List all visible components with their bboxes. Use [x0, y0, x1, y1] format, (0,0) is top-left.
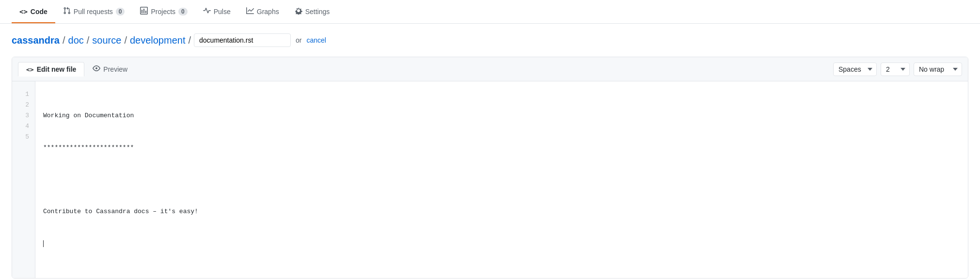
spaces-select[interactable]: Spaces Tabs — [833, 62, 877, 76]
editor-toolbar: <> Edit new file Preview Spaces Tabs 2 4… — [12, 57, 968, 81]
line-num-5: 5 — [18, 132, 29, 142]
text-cursor — [43, 240, 44, 247]
edit-icon: <> — [26, 66, 34, 73]
breadcrumb-cassandra[interactable]: cassandra — [12, 35, 60, 46]
breadcrumb: cassandra / doc / source / development /… — [0, 24, 980, 57]
code-line-5 — [43, 238, 960, 249]
wrap-select[interactable]: No wrap Soft wrap — [914, 62, 962, 76]
code-line-2: ************************ — [43, 142, 960, 153]
line-num-3: 3 — [18, 110, 29, 121]
code-area: 1 2 3 4 5 Working on Documentation *****… — [12, 81, 968, 278]
nav-tab-pulse[interactable]: Pulse — [195, 0, 238, 24]
nav-tab-pulse-label: Pulse — [214, 8, 231, 16]
editor-toolbar-right: Spaces Tabs 2 4 8 No wrap Soft wrap — [833, 62, 962, 76]
code-line-1: Working on Documentation — [43, 110, 960, 121]
breadcrumb-development[interactable]: development — [130, 35, 186, 46]
nav-tab-projects[interactable]: Projects 0 — [132, 0, 195, 24]
tab-preview[interactable]: Preview — [84, 61, 136, 77]
nav-tab-settings[interactable]: Settings — [287, 0, 338, 24]
graphs-icon — [246, 7, 254, 16]
breadcrumb-sep-2: / — [87, 35, 90, 46]
breadcrumb-or-label: or — [296, 36, 301, 44]
nav-tab-graphs-label: Graphs — [257, 8, 279, 16]
nav-tab-pull-requests-label: Pull requests — [74, 8, 113, 16]
line-numbers: 1 2 3 4 5 — [12, 81, 35, 278]
breadcrumb-sep-3: / — [124, 35, 127, 46]
preview-icon — [93, 64, 100, 74]
code-icon: <> — [19, 8, 28, 16]
editor-container: <> Edit new file Preview Spaces Tabs 2 4… — [12, 57, 968, 279]
projects-badge: 0 — [178, 8, 188, 16]
nav-tab-code[interactable]: <> Code — [12, 1, 55, 23]
nav-tab-projects-label: Projects — [151, 8, 175, 16]
line-num-4: 4 — [18, 121, 29, 132]
indent-select[interactable]: 2 4 8 — [881, 62, 910, 76]
tab-edit[interactable]: <> Edit new file — [18, 62, 84, 77]
projects-icon — [140, 7, 148, 16]
code-line-4: Contribute to Cassandra docs – it's easy… — [43, 206, 960, 217]
tab-preview-label: Preview — [103, 65, 127, 73]
code-content[interactable]: Working on Documentation ***************… — [35, 81, 968, 278]
nav-tab-settings-label: Settings — [305, 8, 330, 16]
breadcrumb-sep-4: / — [188, 35, 191, 46]
nav-tab-code-label: Code — [31, 8, 47, 16]
pull-requests-badge: 0 — [116, 8, 125, 16]
tab-edit-label: Edit new file — [37, 65, 77, 73]
line-num-1: 1 — [18, 89, 29, 100]
breadcrumb-sep-1: / — [63, 35, 65, 46]
settings-icon — [295, 7, 302, 16]
pulse-icon — [203, 7, 211, 16]
pull-requests-icon — [63, 7, 71, 16]
breadcrumb-cancel-link[interactable]: cancel — [306, 36, 326, 44]
code-line-3 — [43, 174, 960, 185]
nav-tab-graphs[interactable]: Graphs — [238, 0, 287, 24]
breadcrumb-doc[interactable]: doc — [68, 35, 84, 46]
filename-input[interactable] — [194, 33, 291, 47]
top-nav: <> Code Pull requests 0 Projects 0 Pulse… — [0, 0, 980, 24]
breadcrumb-source[interactable]: source — [92, 35, 121, 46]
line-num-2: 2 — [18, 100, 29, 110]
nav-tab-pull-requests[interactable]: Pull requests 0 — [55, 0, 133, 24]
